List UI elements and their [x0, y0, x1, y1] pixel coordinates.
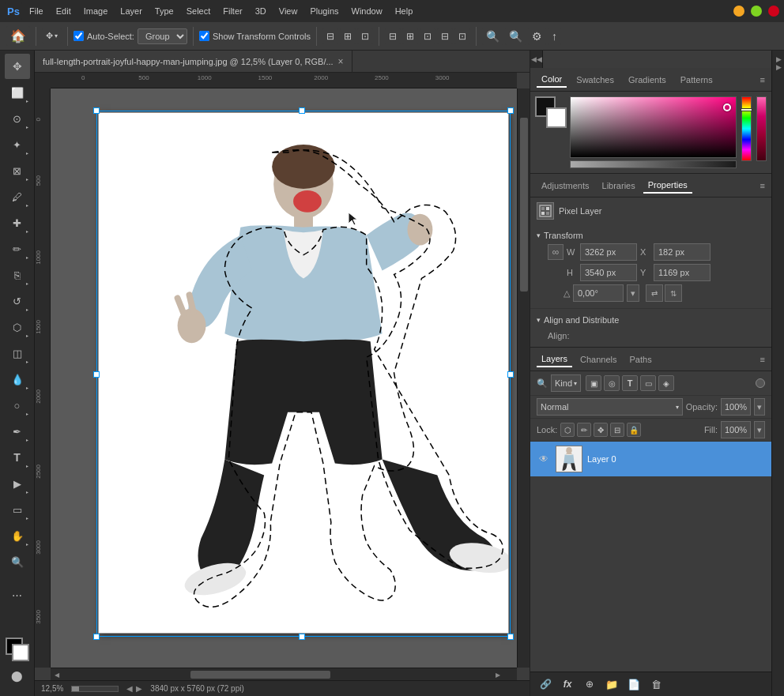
menu-select[interactable]: Select — [181, 4, 217, 18]
lock-artboard-icon[interactable]: ⊟ — [610, 423, 624, 437]
zoom-slider[interactable] — [71, 686, 119, 692]
tool-gradient[interactable]: ◫ ▸ — [5, 340, 30, 366]
share-btn[interactable]: ↑ — [548, 28, 561, 45]
nav-left-icon[interactable]: ◀ — [126, 684, 133, 693]
link-layers-btn[interactable]: 🔗 — [537, 675, 554, 693]
tool-crop[interactable]: ⊠ ▸ — [5, 158, 30, 183]
maximize-btn[interactable] — [751, 6, 762, 17]
handle-bottom-left[interactable] — [93, 634, 100, 640]
lock-position-icon[interactable]: ✥ — [594, 423, 608, 437]
tool-hand[interactable]: ✋ ▸ — [5, 523, 30, 548]
fill-input[interactable] — [721, 421, 751, 438]
move-tool-options[interactable]: ✥ ▾ — [42, 28, 62, 43]
search2-btn[interactable]: 🔍 — [505, 28, 526, 45]
gradients-tab[interactable]: Gradients — [624, 73, 671, 87]
gradient-picker-cursor[interactable] — [723, 103, 731, 111]
link-wh-btn[interactable]: ∞ — [548, 244, 564, 260]
adjustments-tab[interactable]: Adjustments — [537, 179, 594, 193]
properties-more-icon[interactable]: ≡ — [760, 181, 765, 190]
layers-more-icon[interactable]: ≡ — [760, 355, 765, 364]
angle-dropdown-icon[interactable]: ▾ — [627, 284, 639, 302]
handle-bottom-right[interactable] — [507, 634, 514, 640]
swatches-tab[interactable]: Swatches — [571, 73, 619, 87]
align-top-btn[interactable]: ⊟ — [385, 28, 401, 44]
layers-tab[interactable]: Layers — [537, 352, 572, 367]
align-section-header[interactable]: ▾ Align and Distribute — [537, 312, 765, 328]
vertical-scrollbar[interactable] — [517, 88, 530, 668]
nav-right-icon[interactable]: ▶ — [136, 684, 142, 693]
channels-tab[interactable]: Channels — [575, 352, 621, 367]
background-color-box[interactable] — [546, 107, 567, 128]
canvas-content[interactable] — [51, 88, 517, 668]
tool-select-rect[interactable]: ⬜ ▸ — [5, 80, 30, 105]
new-fill-layer-btn[interactable]: ⊕ — [581, 675, 598, 693]
tool-history-brush[interactable]: ↺ ▸ — [5, 288, 30, 314]
tool-healing[interactable]: ✚ ▸ — [5, 210, 30, 235]
filter-smart-icon[interactable]: ◈ — [658, 375, 674, 391]
black-gradient-slider[interactable] — [570, 160, 737, 168]
collapse-left-icon[interactable]: ◀◀ — [531, 55, 542, 63]
canvas-wrapper[interactable]: 0 500 1000 1500 2000 2500 3000 0 500 100… — [35, 73, 530, 680]
tool-lasso[interactable]: ⊙ ▸ — [5, 106, 30, 131]
align-bottom-btn[interactable]: ⊡ — [420, 28, 435, 44]
menu-layer[interactable]: Layer — [115, 4, 148, 18]
align-middle-btn[interactable]: ⊞ — [402, 28, 418, 44]
settings-btn[interactable]: ⚙ — [528, 28, 546, 45]
transform-section-header[interactable]: ▾ Transform — [537, 228, 765, 243]
left-collapse-strip[interactable]: ◀◀ — [530, 51, 543, 68]
tab-close-icon[interactable]: × — [338, 56, 344, 67]
handle-top-center[interactable] — [299, 107, 305, 114]
h-scroll-thumb[interactable] — [190, 671, 330, 679]
flip-vertical-btn[interactable]: ⇅ — [665, 284, 682, 302]
delete-layer-btn[interactable]: 🗑 — [647, 675, 665, 693]
tool-brush[interactable]: ✏ ▸ — [5, 236, 30, 261]
menu-filter[interactable]: Filter — [217, 4, 247, 18]
align-center-vertical-btn[interactable]: ⊞ — [340, 28, 356, 44]
tool-more[interactable]: ⋯ — [5, 582, 30, 608]
flip-horizontal-btn[interactable]: ⇄ — [646, 284, 663, 302]
filter-toggle-dot[interactable] — [756, 378, 765, 388]
lock-transparency-icon[interactable]: ⬡ — [560, 423, 575, 437]
auto-select-dropdown[interactable]: Group — [138, 28, 187, 44]
handle-middle-left[interactable] — [93, 371, 100, 378]
minimize-btn[interactable] — [733, 6, 744, 17]
opacity-input[interactable] — [721, 398, 751, 416]
tool-stamp[interactable]: ⎘ ▸ — [5, 262, 30, 288]
menu-view[interactable]: View — [273, 4, 303, 18]
search-btn[interactable]: 🔍 — [482, 28, 503, 45]
new-layer-btn[interactable]: 📄 — [625, 675, 643, 693]
y-input[interactable] — [654, 264, 710, 281]
tool-pen[interactable]: ✒ ▸ — [5, 419, 30, 444]
tool-eraser[interactable]: ⬡ ▸ — [5, 314, 30, 340]
new-group-btn[interactable]: 📁 — [603, 675, 620, 693]
background-color-swatch[interactable] — [12, 644, 29, 661]
filter-adjustment-icon[interactable]: ◎ — [604, 375, 620, 391]
tool-shape[interactable]: ▭ ▸ — [5, 497, 30, 522]
scroll-left-btn[interactable]: ◀ — [51, 668, 63, 680]
fill-dropdown-icon[interactable]: ▾ — [754, 421, 765, 438]
menu-image[interactable]: Image — [78, 4, 114, 18]
handle-top-right[interactable] — [507, 107, 514, 114]
handle-top-left[interactable] — [93, 107, 100, 114]
lock-all-icon[interactable]: 🔒 — [627, 423, 641, 437]
libraries-tab[interactable]: Libraries — [597, 179, 640, 193]
right-panel-collapse-strip[interactable]: ▶▶ — [771, 51, 784, 696]
hue-slider[interactable] — [741, 96, 752, 161]
opacity-percent-icon[interactable]: ▾ — [754, 398, 765, 416]
saturation-slider[interactable] — [756, 96, 767, 161]
show-transform-checkbox[interactable] — [199, 31, 209, 41]
tool-blur[interactable]: 💧 ▸ — [5, 367, 30, 392]
blend-mode-dropdown[interactable]: Normal ▾ — [537, 398, 683, 416]
distribute-h-btn[interactable]: ⊟ — [437, 28, 453, 44]
menu-3d[interactable]: 3D — [250, 4, 272, 18]
quick-mask-btn[interactable]: ⬤ — [6, 664, 28, 687]
close-btn[interactable] — [768, 6, 779, 17]
handle-middle-right[interactable] — [507, 371, 514, 378]
distribute-v-btn[interactable]: ⊡ — [454, 28, 470, 44]
menu-plugins[interactable]: Plugins — [304, 4, 344, 18]
filter-pixel-icon[interactable]: ▣ — [586, 375, 601, 391]
tool-zoom[interactable]: 🔍 — [5, 549, 30, 574]
paths-tab[interactable]: Paths — [625, 352, 657, 367]
tool-eyedropper[interactable]: 🖊 ▸ — [5, 184, 30, 209]
color-tab[interactable]: Color — [537, 72, 567, 88]
